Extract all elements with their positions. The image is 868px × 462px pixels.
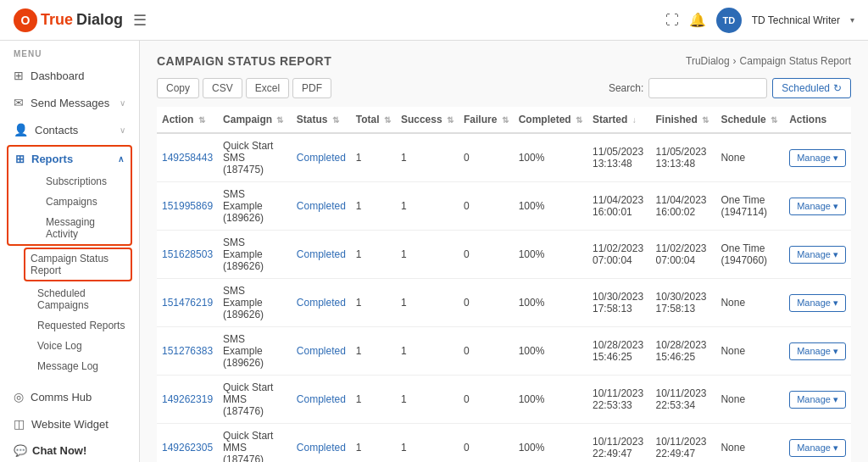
- cell-status: Completed: [292, 133, 351, 182]
- action-link[interactable]: 151476219: [162, 297, 213, 309]
- cell-failure: 0: [459, 133, 514, 182]
- manage-button[interactable]: Manage ▾: [789, 342, 846, 360]
- sidebar-item-scheduled-campaigns[interactable]: Scheduled Campaigns: [31, 283, 139, 315]
- sidebar-item-label: Comms Hub: [31, 391, 92, 404]
- cell-campaign: Quick Start MMS (187476): [218, 376, 292, 424]
- action-link[interactable]: 151628503: [162, 248, 213, 260]
- sidebar-item-label: Contacts: [35, 124, 78, 136]
- bell-icon[interactable]: 🔔: [689, 12, 706, 28]
- cell-started: 11/02/2023 07:00:04: [587, 231, 650, 279]
- cell-total: 1: [351, 279, 396, 327]
- cell-finished: 11/02/2023 07:00:04: [650, 231, 715, 279]
- cell-actions: Manage ▾: [784, 376, 851, 424]
- manage-button[interactable]: Manage ▾: [789, 391, 846, 409]
- sidebar-item-contacts[interactable]: 👤 Contacts ∨: [0, 116, 139, 143]
- table-row: 149262319 Quick Start MMS (187476) Compl…: [157, 376, 851, 424]
- comms-hub-icon: ◎: [14, 390, 24, 404]
- action-link[interactable]: 151276383: [162, 345, 213, 357]
- sidebar-item-website-widget[interactable]: ◫ Website Widget: [0, 410, 139, 437]
- sort-icon: ⇅: [447, 115, 453, 125]
- action-link[interactable]: 151995869: [162, 200, 213, 212]
- cell-status: Completed: [292, 231, 351, 279]
- cell-schedule: None: [715, 279, 784, 327]
- logo-true-text: True: [41, 11, 73, 29]
- sidebar-item-voice-log[interactable]: Voice Log: [31, 336, 139, 356]
- chevron-down-icon[interactable]: ▾: [850, 15, 854, 25]
- search-input[interactable]: [648, 78, 767, 98]
- cell-status: Completed: [292, 376, 351, 424]
- reports-label: Reports: [31, 153, 73, 165]
- breadcrumb-current: Campaign Status Report: [740, 55, 851, 67]
- action-link[interactable]: 149258443: [162, 152, 213, 164]
- excel-button[interactable]: Excel: [246, 78, 289, 98]
- sidebar-item-campaigns[interactable]: Campaigns: [39, 192, 131, 212]
- cell-schedule: None: [715, 327, 784, 376]
- manage-button[interactable]: Manage ▾: [789, 198, 846, 215]
- cell-status: Completed: [292, 279, 351, 327]
- cell-action: 151995869: [157, 182, 218, 231]
- nav-right: ⛶ 🔔 TD TD Technical Writer ▾: [665, 8, 854, 33]
- sidebar-item-message-log[interactable]: Message Log: [31, 356, 139, 376]
- sidebar-item-comms-hub[interactable]: ◎ Comms Hub: [0, 383, 139, 410]
- manage-button[interactable]: Manage ▾: [789, 246, 846, 264]
- campaign-table: Action ⇅ Campaign ⇅ Status ⇅ Total ⇅ Suc…: [157, 107, 851, 462]
- cell-completed: 100%: [514, 279, 587, 327]
- cell-campaign: SMS Example (189626): [218, 279, 292, 327]
- sidebar-item-messaging-activity[interactable]: Messaging Activity: [39, 212, 131, 244]
- cell-total: 1: [351, 133, 396, 182]
- cell-finished: 10/11/2023 22:49:47: [650, 424, 715, 463]
- breadcrumb: TruDialog › Campaign Status Report: [686, 55, 851, 67]
- cell-total: 1: [351, 424, 396, 463]
- status-badge: Completed: [297, 393, 346, 405]
- sidebar-item-requested-reports[interactable]: Requested Reports: [31, 315, 139, 336]
- status-badge: Completed: [297, 152, 346, 164]
- cell-campaign: SMS Example (189626): [218, 182, 292, 231]
- cell-total: 1: [351, 327, 396, 376]
- cell-campaign: Quick Start SMS (187475): [218, 133, 292, 182]
- sidebar-item-label: Dashboard: [31, 70, 85, 82]
- main-content: CAMPAIGN STATUS REPORT TruDialog › Campa…: [140, 41, 868, 462]
- copy-button[interactable]: Copy: [157, 78, 199, 98]
- cell-actions: Manage ▾: [784, 424, 851, 463]
- col-started: Started ↓: [587, 107, 650, 133]
- sort-icon: ⇅: [771, 115, 777, 125]
- breadcrumb-home: TruDialog: [686, 55, 730, 67]
- expand-icon[interactable]: ⛶: [665, 13, 679, 28]
- hamburger-icon[interactable]: ☰: [133, 11, 147, 30]
- arrow-icon: ∨: [120, 98, 125, 108]
- csv-button[interactable]: CSV: [203, 78, 242, 98]
- cell-total: 1: [351, 182, 396, 231]
- reports-submenu: Subscriptions Campaigns Messaging Activi…: [8, 171, 131, 244]
- manage-button[interactable]: Manage ▾: [789, 439, 846, 457]
- cell-schedule: One Time (1947060): [715, 231, 784, 279]
- cell-completed: 100%: [514, 424, 587, 463]
- cell-success: 1: [396, 327, 459, 376]
- cell-finished: 11/05/2023 13:13:48: [650, 133, 715, 182]
- cell-finished: 10/28/2023 15:46:25: [650, 327, 715, 376]
- cell-started: 11/04/2023 16:00:01: [587, 182, 650, 231]
- user-label: TD Technical Writer: [752, 14, 840, 26]
- status-badge: Completed: [297, 248, 346, 260]
- scheduled-button[interactable]: Scheduled ↻: [772, 78, 851, 98]
- manage-button[interactable]: Manage ▾: [789, 294, 846, 312]
- status-badge: Completed: [297, 345, 346, 357]
- sidebar-item-reports[interactable]: ⊞ Reports ∧: [8, 147, 131, 171]
- action-link[interactable]: 149262319: [162, 393, 213, 405]
- table-row: 151995869 SMS Example (189626) Completed…: [157, 182, 851, 231]
- action-link[interactable]: 149262305: [162, 442, 213, 454]
- cell-started: 10/11/2023 22:53:33: [587, 376, 650, 424]
- sidebar-item-dashboard[interactable]: ⊞ Dashboard: [0, 62, 139, 89]
- pdf-button[interactable]: PDF: [292, 78, 331, 98]
- cell-total: 1: [351, 376, 396, 424]
- sidebar-item-campaign-status-report[interactable]: Campaign Status Report: [24, 248, 132, 281]
- chat-icon: 💬: [14, 444, 27, 457]
- cell-action: 151628503: [157, 231, 218, 279]
- logo-dialog-text: Dialog: [76, 11, 123, 29]
- col-total: Total ⇅: [351, 107, 396, 133]
- cell-completed: 100%: [514, 182, 587, 231]
- sidebar-item-send-messages[interactable]: ✉ Send Messages ∨: [0, 89, 139, 116]
- cell-failure: 0: [459, 376, 514, 424]
- sidebar-item-subscriptions[interactable]: Subscriptions: [39, 171, 131, 192]
- cell-success: 1: [396, 424, 459, 463]
- manage-button[interactable]: Manage ▾: [789, 149, 846, 167]
